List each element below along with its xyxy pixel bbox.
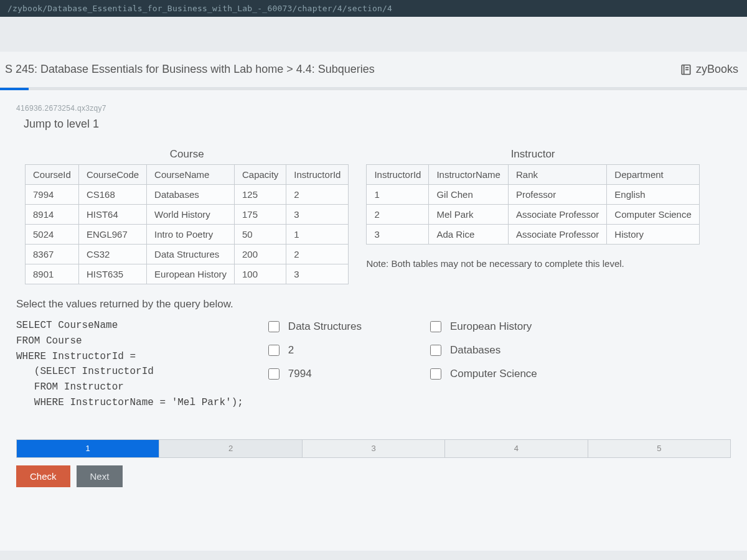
col-header: Rank xyxy=(508,165,606,185)
table-row: 8914HIST64World History1753 xyxy=(26,205,349,225)
level-step-1[interactable]: 1 xyxy=(17,440,159,457)
table-row: 2Mel ParkAssociate ProfessorComputer Sci… xyxy=(367,205,699,225)
url-bar: /zybook/Database_Essentials_for_Business… xyxy=(0,0,747,17)
section-progress-bar xyxy=(0,88,747,90)
col-header: CourseId xyxy=(26,165,79,185)
brand-logo[interactable]: zyBooks xyxy=(680,63,738,76)
answer-checkbox[interactable] xyxy=(268,368,280,380)
answer-checkbox[interactable] xyxy=(430,368,441,380)
col-header: CourseCode xyxy=(78,165,146,185)
col-header: Capacity xyxy=(235,165,286,185)
tables-note: Note: Both tables may not be necessary t… xyxy=(366,258,699,269)
answer-checkbox[interactable] xyxy=(430,321,441,332)
instructor-table: InstructorId InstructorName Rank Departm… xyxy=(366,164,699,245)
course-table-title: Course xyxy=(25,148,349,161)
sql-query: SELECT CourseName FROM Course WHERE Inst… xyxy=(16,318,243,411)
table-row: 8367CS32Data Structures2002 xyxy=(26,245,349,264)
answer-option[interactable]: European History xyxy=(430,320,537,333)
instructor-table-title: Instructor xyxy=(366,148,699,161)
level-step-3[interactable]: 3 xyxy=(303,440,445,457)
col-header: InstructorId xyxy=(286,165,349,185)
table-row: 1Gil ChenProfessorEnglish xyxy=(367,185,699,205)
table-row: 8901HIST635European History1003 xyxy=(26,264,349,284)
course-table-block: Course CourseId CourseCode CourseName Ca… xyxy=(25,148,349,284)
answer-option[interactable]: Databases xyxy=(430,344,537,357)
level-step-4[interactable]: 4 xyxy=(445,440,588,457)
main-content: 416936.2673254.qx3zqy7 Jump to level 1 C… xyxy=(0,90,747,551)
answer-option[interactable]: Computer Science xyxy=(430,368,537,380)
col-header: CourseName xyxy=(147,165,235,185)
brand-text: zyBooks xyxy=(696,63,738,76)
course-table: CourseId CourseCode CourseName Capacity … xyxy=(25,164,349,284)
answer-option[interactable]: Data Structures xyxy=(268,320,362,333)
answer-checkbox[interactable] xyxy=(268,321,280,332)
breadcrumb[interactable]: S 245: Database Essentials for Business … xyxy=(5,63,375,76)
next-button[interactable]: Next xyxy=(77,465,123,487)
col-header: InstructorName xyxy=(429,165,509,185)
check-button[interactable]: Check xyxy=(16,465,70,487)
book-icon xyxy=(680,63,692,76)
question-prompt: Select the values returned by the query … xyxy=(16,298,731,310)
table-row: 7994CS168Databases1252 xyxy=(26,185,349,205)
answer-choices: Data Structures European History 2 Datab… xyxy=(268,318,537,380)
instructor-table-block: Instructor InstructorId InstructorName R… xyxy=(366,148,699,269)
answer-checkbox[interactable] xyxy=(430,345,441,356)
level-progress: 1 2 3 4 5 Check Next xyxy=(16,439,731,487)
activity-id: 416936.2673254.qx3zqy7 xyxy=(16,104,731,113)
level-step-5[interactable]: 5 xyxy=(588,440,730,457)
jump-to-level[interactable]: Jump to level 1 xyxy=(24,118,731,131)
col-header: Department xyxy=(607,165,699,185)
answer-option[interactable]: 7994 xyxy=(268,368,362,380)
table-row: 3Ada RiceAssociate ProfessorHistory xyxy=(367,225,699,245)
table-row: 5024ENGL967Intro to Poetry501 xyxy=(26,225,349,245)
level-step-2[interactable]: 2 xyxy=(159,440,302,457)
page-header: S 245: Database Essentials for Business … xyxy=(0,52,747,88)
answer-checkbox[interactable] xyxy=(268,345,280,356)
col-header: InstructorId xyxy=(367,165,429,185)
answer-option[interactable]: 2 xyxy=(268,344,362,357)
